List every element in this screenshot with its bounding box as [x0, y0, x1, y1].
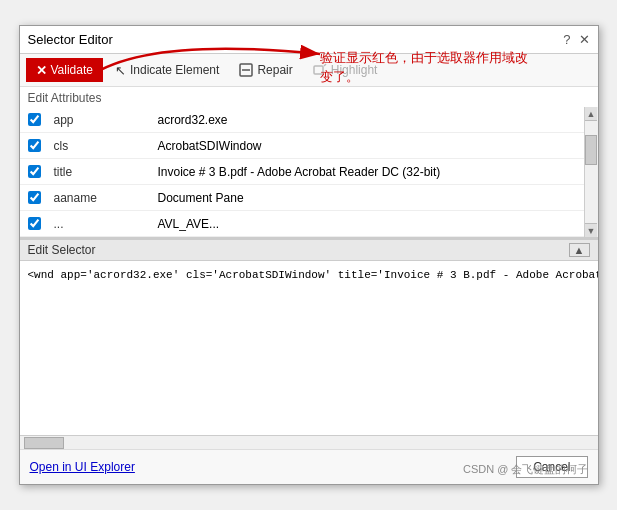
editor-section: Edit Selector ▲ <wnd app='acrord32.exe' … — [20, 239, 598, 449]
attr-value-title: Invoice # 3 B.pdf - Adobe Acrobat Reader… — [150, 165, 584, 179]
attributes-section-label: Edit Attributes — [20, 87, 598, 107]
attr-checkbox-app[interactable] — [20, 113, 50, 126]
editor-section-label: Edit Selector — [28, 243, 96, 257]
attr-value-app: acrord32.exe — [150, 113, 584, 127]
attr-name-title: title — [50, 165, 150, 179]
validate-x-icon: ✕ — [36, 63, 47, 78]
help-button[interactable]: ? — [563, 32, 570, 47]
repair-icon — [239, 63, 253, 78]
table-row: ... AVL_AVE... — [20, 211, 584, 237]
attr-checkbox-cls[interactable] — [20, 139, 50, 152]
attr-name-cls: cls — [50, 139, 150, 153]
attr-value-cls: AcrobatSDIWindow — [150, 139, 584, 153]
attr-name-app: app — [50, 113, 150, 127]
close-button[interactable]: ✕ — [579, 32, 590, 47]
repair-button[interactable]: Repair — [231, 58, 300, 82]
svg-line-3 — [324, 64, 326, 66]
attributes-scrollbar[interactable]: ▲ ▼ — [584, 107, 598, 237]
svg-rect-2 — [314, 66, 323, 74]
watermark: CSDN @ 会飞键盘的柯子 — [463, 462, 588, 477]
attributes-section: Edit Attributes app acrord32.exe cls Acr… — [20, 87, 598, 239]
indicate-element-button[interactable]: ↖ Indicate Element — [107, 58, 227, 82]
attributes-table-container: app acrord32.exe cls AcrobatSDIWindow ti… — [20, 107, 598, 237]
attr-checkbox-aaname[interactable] — [20, 191, 50, 204]
validate-label: Validate — [51, 63, 93, 77]
cursor-icon: ↖ — [115, 63, 126, 78]
selector-editor-dialog: Selector Editor ? ✕ ✕ Validate ↖ Indicat… — [19, 25, 599, 485]
dialog-title: Selector Editor — [28, 32, 113, 47]
table-row: cls AcrobatSDIWindow — [20, 133, 584, 159]
editor-collapse-button[interactable]: ▲ — [569, 243, 590, 257]
attr-checkbox-extra[interactable] — [20, 217, 50, 230]
attr-name-extra: ... — [50, 217, 150, 231]
scrollbar-thumb[interactable] — [585, 135, 597, 165]
highlight-button[interactable]: Highlight — [305, 58, 386, 82]
title-bar-actions: ? ✕ — [563, 32, 589, 47]
table-row: aaname Document Pane — [20, 185, 584, 211]
attr-checkbox-title[interactable] — [20, 165, 50, 178]
editor-header: Edit Selector ▲ — [20, 239, 598, 261]
attr-name-aaname: aaname — [50, 191, 150, 205]
highlight-icon — [313, 63, 327, 78]
editor-textarea[interactable]: <wnd app='acrord32.exe' cls='AcrobatSDIW… — [20, 261, 598, 435]
highlight-label: Highlight — [331, 63, 378, 77]
toolbar: ✕ Validate ↖ Indicate Element Repair — [20, 54, 598, 87]
validate-button[interactable]: ✕ Validate — [26, 58, 103, 82]
horizontal-scrollbar[interactable] — [20, 435, 598, 449]
hscroll-thumb[interactable] — [24, 437, 64, 449]
table-row: title Invoice # 3 B.pdf - Adobe Acrobat … — [20, 159, 584, 185]
indicate-label: Indicate Element — [130, 63, 219, 77]
open-ui-explorer-link[interactable]: Open in UI Explorer — [30, 460, 135, 474]
attr-value-extra: AVL_AVE... — [150, 217, 584, 231]
attributes-rows: app acrord32.exe cls AcrobatSDIWindow ti… — [20, 107, 584, 237]
title-bar: Selector Editor ? ✕ — [20, 26, 598, 54]
table-row: app acrord32.exe — [20, 107, 584, 133]
repair-label: Repair — [257, 63, 292, 77]
attr-value-aaname: Document Pane — [150, 191, 584, 205]
